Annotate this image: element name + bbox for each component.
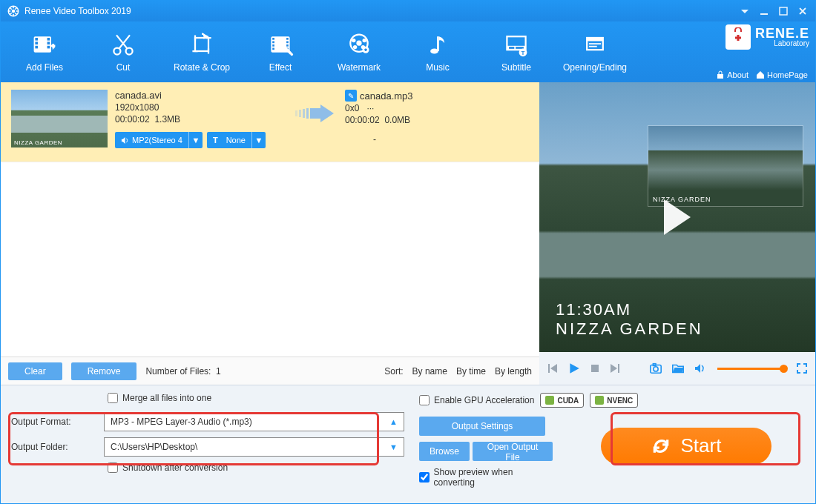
output-settings-button[interactable]: Output Settings	[419, 417, 545, 436]
volume-icon[interactable]	[694, 362, 705, 374]
window-close-icon[interactable]	[793, 3, 812, 19]
tool-music[interactable]: Music	[398, 21, 477, 82]
svg-rect-34	[437, 36, 439, 51]
next-track-icon[interactable]	[609, 362, 621, 374]
window-minimize-icon[interactable]	[754, 3, 774, 19]
svg-rect-46	[717, 74, 723, 79]
svg-rect-18	[272, 42, 274, 44]
svg-rect-22	[286, 42, 289, 44]
tool-label: Rotate & Crop	[174, 62, 230, 73]
homepage-link[interactable]: HomePage	[756, 70, 808, 79]
home-icon	[756, 70, 765, 79]
tool-label: Subtitle	[501, 62, 531, 73]
sort-by-name[interactable]: By name	[412, 366, 447, 377]
tool-label: Add Files	[26, 62, 63, 73]
preview-panel: NIZZA GARDEN 11:30AM NIZZA GARDEN	[539, 82, 815, 385]
svg-rect-5	[35, 38, 38, 41]
window-maximize-icon[interactable]	[774, 3, 793, 19]
svg-rect-23	[286, 44, 289, 47]
output-folder-combo[interactable]: C:\Users\HP\Desktop\ ▼	[104, 437, 404, 457]
audio-track-selector[interactable]: MP2(Stereo 4 ▼	[115, 132, 203, 148]
svg-rect-10	[47, 46, 50, 49]
output-format-combo[interactable]: MP3 - MPEG Layer-3 Audio (*.mp3) ▲	[104, 412, 404, 431]
tool-watermark[interactable]: Watermark	[320, 21, 398, 82]
tool-add-files[interactable]: Add Files	[5, 21, 84, 82]
show-preview-checkbox[interactable]: Show preview when converting	[419, 467, 553, 488]
preview-caption: 11:30AM NIZZA GARDEN	[556, 300, 703, 339]
tool-rotate-crop[interactable]: Rotate & Crop	[162, 21, 241, 82]
stop-icon[interactable]	[590, 363, 600, 374]
chevron-down-icon: ▼	[389, 442, 398, 451]
tool-effect[interactable]: Effect	[241, 21, 320, 82]
svg-rect-9	[47, 42, 50, 44]
svg-rect-49	[303, 109, 305, 118]
snapshot-icon[interactable]	[649, 362, 662, 375]
file-list-panel: NIZZA GARDEN canada.avi 1920x1080 00:00:…	[1, 82, 539, 385]
titlebar: Renee Video Toolbox 2019	[1, 1, 815, 21]
output-format-label: Output Format:	[11, 417, 96, 427]
bottom-panel: Merge all files into one Output Format: …	[1, 385, 815, 503]
sort-by-time[interactable]: By time	[456, 366, 486, 377]
file-list-empty	[1, 162, 539, 357]
play-overlay-icon[interactable]	[664, 199, 691, 235]
sort-by-length[interactable]: By length	[495, 366, 532, 377]
svg-rect-48	[299, 110, 301, 117]
svg-rect-8	[47, 38, 50, 41]
file-info: canada.avi 1920x1080 00:00:02 1.3MB MP2(…	[115, 90, 286, 148]
svg-marker-15	[205, 35, 208, 38]
app-title: Renee Video Toolbox 2019	[24, 6, 131, 16]
gpu-checkbox[interactable]: Enable GPU Acceleration	[419, 395, 534, 405]
tool-opening-ending[interactable]: Opening/Ending	[556, 21, 634, 82]
svg-point-30	[353, 45, 357, 49]
chevron-up-icon: ▲	[389, 417, 398, 426]
svg-point-13	[126, 48, 133, 55]
prev-track-icon[interactable]	[547, 362, 559, 374]
file-row[interactable]: NIZZA GARDEN canada.avi 1920x1080 00:00:…	[1, 82, 539, 162]
svg-rect-50	[306, 108, 309, 119]
brand-logo-icon	[725, 24, 751, 50]
about-link[interactable]: About	[716, 70, 748, 79]
play-icon[interactable]	[567, 362, 581, 375]
start-button[interactable]: Start	[601, 428, 771, 465]
dropdown-arrow-icon[interactable]: ▼	[252, 132, 266, 148]
window-collapse-icon[interactable]	[735, 3, 754, 19]
fullscreen-icon[interactable]	[796, 362, 808, 374]
svg-rect-7	[35, 46, 38, 49]
svg-rect-53	[618, 364, 619, 373]
svg-rect-42	[587, 38, 603, 42]
tool-label: Music	[426, 62, 449, 73]
tool-label: Cut	[116, 62, 131, 73]
svg-point-12	[113, 48, 120, 55]
svg-point-28	[352, 39, 355, 42]
open-folder-icon[interactable]	[671, 362, 685, 375]
output-duration-size: 00:00:02 0.0MB	[345, 115, 413, 125]
subtitle-track-selector[interactable]: T None ▼	[207, 132, 266, 148]
edit-icon[interactable]: ✎	[345, 90, 357, 102]
svg-rect-20	[272, 48, 274, 50]
remove-button[interactable]: Remove	[71, 362, 137, 380]
file-duration-size: 00:00:02 1.3MB	[115, 114, 286, 125]
tool-label: Effect	[269, 62, 292, 73]
svg-point-27	[356, 41, 361, 46]
shutdown-checkbox[interactable]: Shutdown after conversion	[108, 462, 228, 473]
open-output-button[interactable]: Open Output File	[473, 442, 553, 461]
tool-cut[interactable]: Cut	[84, 21, 162, 82]
file-resolution: 1920x1080	[115, 102, 286, 113]
svg-rect-52	[591, 365, 599, 372]
svg-rect-19	[272, 44, 274, 47]
svg-point-29	[363, 39, 366, 42]
output-info: ✎canada.mp3 0x0 ··· 00:00:02 0.0MB -	[345, 90, 413, 145]
clear-button[interactable]: Clear	[8, 362, 62, 380]
tool-subtitle[interactable]: T Subtitle	[477, 21, 556, 82]
video-preview[interactable]: NIZZA GARDEN 11:30AM NIZZA GARDEN	[539, 82, 815, 352]
list-control-strip: Clear Remove Number of Files: 1 Sort: By…	[1, 357, 539, 385]
dropdown-arrow-icon[interactable]: ▼	[189, 132, 203, 148]
browse-button[interactable]: Browse	[419, 442, 470, 461]
brand-links: About HomePage	[716, 70, 808, 79]
file-count: Number of Files: 1	[145, 366, 220, 377]
convert-arrow-icon	[293, 103, 338, 124]
merge-checkbox[interactable]: Merge all files into one	[108, 393, 211, 403]
output-subtitle-value: -	[345, 134, 404, 145]
volume-slider[interactable]	[717, 368, 784, 370]
main-area: NIZZA GARDEN canada.avi 1920x1080 00:00:…	[1, 82, 815, 385]
